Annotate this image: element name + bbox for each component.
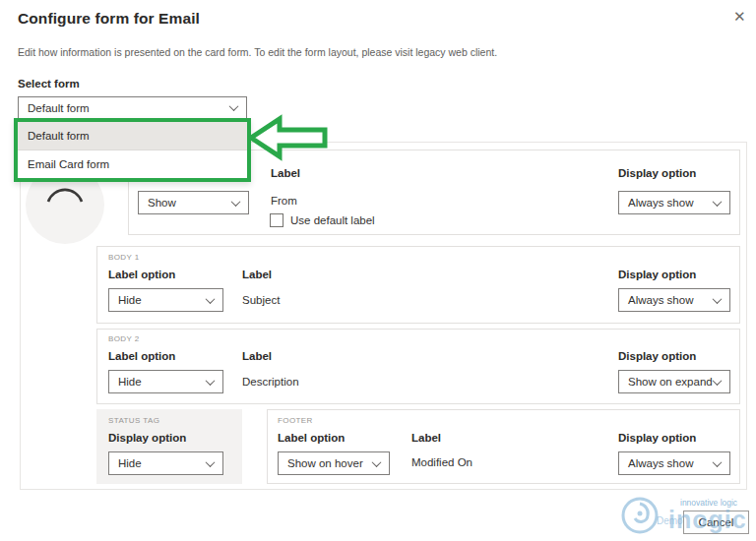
- header-display-option-label: Display option: [618, 167, 696, 179]
- footer-label-option-value: Show on hover: [287, 457, 363, 469]
- footer-label-option-dropdown[interactable]: Show on hover: [278, 451, 390, 475]
- body1-tag: BODY 1: [108, 253, 140, 262]
- body1-display-option-dropdown[interactable]: Always show: [618, 288, 730, 312]
- body1-label-label: Label: [242, 269, 272, 280]
- close-icon[interactable]: ✕: [733, 9, 746, 24]
- status-tag-tag: STATUS TAG: [108, 416, 159, 425]
- header-display-option-dropdown[interactable]: Always show: [618, 191, 730, 214]
- status-display-option-dropdown[interactable]: Hide: [108, 451, 223, 475]
- dialog-title: Configure form for Email: [18, 10, 200, 28]
- chevron-down-icon: [713, 457, 723, 467]
- body1-label-option-value: Hide: [118, 294, 142, 306]
- dialog-subtitle: Edit how information is presented on the…: [18, 46, 707, 58]
- body2-display-option-label: Display option: [618, 350, 696, 362]
- chevron-down-icon: [713, 197, 723, 207]
- footer-display-option-label: Display option: [618, 432, 696, 444]
- body2-label-label: Label: [242, 350, 272, 362]
- body1-display-option-value: Always show: [628, 294, 693, 306]
- cancel-button[interactable]: Cancel: [683, 511, 749, 534]
- chevron-down-icon: [713, 294, 723, 304]
- footer-label-value: Modified On: [411, 456, 472, 468]
- header-label-option-value: Show: [148, 197, 176, 209]
- chevron-down-icon: [713, 376, 723, 386]
- chevron-down-icon: [206, 376, 216, 386]
- footer-display-option-value: Always show: [628, 457, 693, 469]
- chevron-down-icon: [206, 457, 216, 467]
- body2-tag: BODY 2: [108, 334, 140, 343]
- option-default-form[interactable]: Default form: [18, 122, 247, 150]
- header-label-value: From: [271, 195, 297, 207]
- select-form-open-list: Default form Email Card form: [14, 118, 251, 182]
- status-display-option-value: Hide: [118, 457, 142, 469]
- header-display-option-value: Always show: [628, 197, 693, 209]
- watermark-demo-text: Demo: [657, 515, 683, 526]
- footer-display-option-dropdown[interactable]: Always show: [618, 451, 730, 475]
- body1-label-option-dropdown[interactable]: Hide: [108, 288, 223, 312]
- use-default-label-checkbox[interactable]: [270, 213, 284, 227]
- footer-tag: FOOTER: [278, 416, 313, 425]
- chevron-down-icon: [372, 457, 382, 467]
- footer-label-label: Label: [411, 432, 441, 444]
- body2-label-option-dropdown[interactable]: Hide: [108, 370, 223, 393]
- select-form-value: Default form: [28, 102, 90, 114]
- chevron-down-icon: [231, 197, 241, 207]
- watermark-tagline: innovative logic: [680, 498, 737, 508]
- section-body1: [96, 246, 740, 324]
- body1-display-option-label: Display option: [618, 269, 696, 280]
- footer-label-option-label: Label option: [278, 432, 345, 444]
- body2-label-option-label: Label option: [108, 350, 175, 362]
- body1-label-value: Subject: [242, 294, 280, 306]
- body2-label-option-value: Hide: [118, 376, 142, 388]
- annotation-arrow-icon: [248, 114, 329, 161]
- select-form-dropdown[interactable]: Default form: [18, 96, 247, 119]
- body2-label-value: Description: [242, 376, 299, 388]
- chevron-down-icon: [206, 294, 216, 304]
- select-form-label: Select form: [18, 78, 80, 90]
- watermark-logo-icon: [620, 496, 660, 535]
- option-email-card-form[interactable]: Email Card form: [18, 150, 247, 178]
- body2-display-option-value: Show on expand: [628, 376, 713, 388]
- body1-label-option-label: Label option: [108, 269, 175, 280]
- body2-display-option-dropdown[interactable]: Show on expand: [618, 370, 730, 393]
- status-display-option-label: Display option: [108, 432, 186, 444]
- use-default-label-text: Use default label: [290, 214, 375, 226]
- header-label-label: Label: [271, 167, 300, 179]
- header-label-option-dropdown[interactable]: Show: [138, 191, 249, 214]
- chevron-down-icon: [229, 101, 239, 111]
